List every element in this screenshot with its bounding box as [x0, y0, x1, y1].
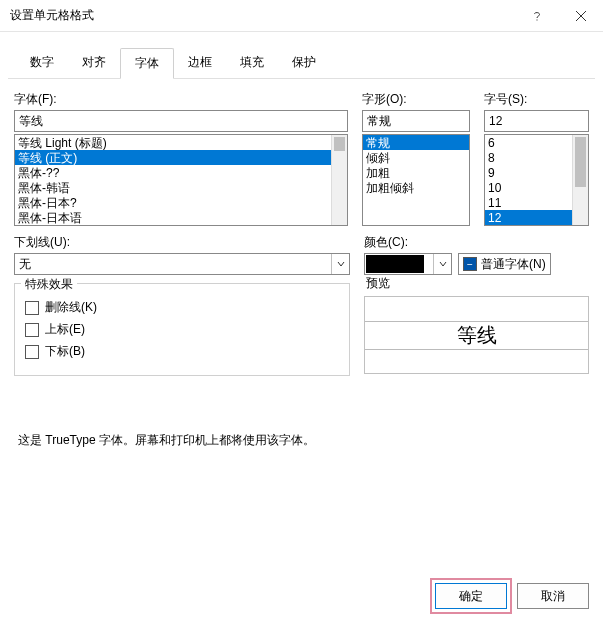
subscript-checkbox[interactable]: 下标(B) [25, 343, 339, 360]
chevron-down-icon [331, 254, 349, 274]
help-button[interactable] [515, 0, 559, 32]
size-label: 字号(S): [484, 91, 589, 108]
effects-fieldset: 特殊效果 删除线(K) 上标(E) 下标(B) [14, 283, 350, 376]
preview-sample: 等线 [457, 322, 497, 349]
strikethrough-checkbox[interactable]: 删除线(K) [25, 299, 339, 316]
description-text: 这是 TrueType 字体。屏幕和打印机上都将使用该字体。 [18, 432, 585, 449]
size-list[interactable]: 6 8 9 10 11 12 [484, 134, 589, 226]
list-item[interactable]: 倾斜 [363, 150, 469, 165]
normal-font-label: 普通字体(N) [481, 256, 546, 273]
list-item[interactable]: 黑体-日本? [15, 195, 347, 210]
style-input[interactable] [362, 110, 470, 132]
effects-legend: 特殊效果 [21, 276, 77, 293]
list-item[interactable]: 等线 Light (标题) [15, 135, 347, 150]
window-title: 设置单元格格式 [10, 7, 515, 24]
list-item[interactable]: 加粗倾斜 [363, 180, 469, 195]
checkbox-icon: − [463, 257, 477, 271]
checkbox-icon [25, 323, 39, 337]
tab-font[interactable]: 字体 [120, 48, 174, 79]
list-item[interactable]: 黑体-韩语 [15, 180, 347, 195]
list-item[interactable]: 黑体-日本语 [15, 210, 347, 225]
cancel-button[interactable]: 取消 [517, 583, 589, 609]
tab-protection[interactable]: 保护 [278, 48, 330, 78]
titlebar: 设置单元格格式 [0, 0, 603, 32]
color-swatch [366, 255, 424, 273]
list-item[interactable]: 黑体-?? [15, 165, 347, 180]
font-list[interactable]: 等线 Light (标题) 等线 (正文) 黑体-?? 黑体-韩语 黑体-日本?… [14, 134, 348, 226]
list-item[interactable]: 等线 (正文) [15, 150, 347, 165]
size-input[interactable] [484, 110, 589, 132]
color-label: 颜色(C): [364, 234, 589, 251]
tab-number[interactable]: 数字 [16, 48, 68, 78]
scrollbar[interactable] [331, 135, 347, 225]
checkbox-icon [25, 345, 39, 359]
preview-label: 预览 [364, 275, 589, 292]
tab-bar: 数字 对齐 字体 边框 填充 保护 [8, 40, 595, 79]
color-select[interactable] [364, 253, 452, 275]
ok-button[interactable]: 确定 [435, 583, 507, 609]
scrollbar[interactable] [572, 135, 588, 225]
list-item[interactable]: 加粗 [363, 165, 469, 180]
style-list[interactable]: 常规 倾斜 加粗 加粗倾斜 [362, 134, 470, 226]
font-input[interactable] [14, 110, 348, 132]
chevron-down-icon [433, 254, 451, 274]
style-label: 字形(O): [362, 91, 470, 108]
underline-select[interactable]: 无 [14, 253, 350, 275]
tab-fill[interactable]: 填充 [226, 48, 278, 78]
font-label: 字体(F): [14, 91, 348, 108]
list-item[interactable]: 常规 [363, 135, 469, 150]
checkbox-icon [25, 301, 39, 315]
superscript-checkbox[interactable]: 上标(E) [25, 321, 339, 338]
underline-value: 无 [15, 256, 331, 273]
close-button[interactable] [559, 0, 603, 32]
footer: 确定 取消 [435, 583, 589, 609]
normal-font-checkbox[interactable]: − 普通字体(N) [458, 253, 551, 275]
preview-box: 等线 [364, 296, 589, 374]
tab-alignment[interactable]: 对齐 [68, 48, 120, 78]
tab-border[interactable]: 边框 [174, 48, 226, 78]
underline-label: 下划线(U): [14, 234, 350, 251]
